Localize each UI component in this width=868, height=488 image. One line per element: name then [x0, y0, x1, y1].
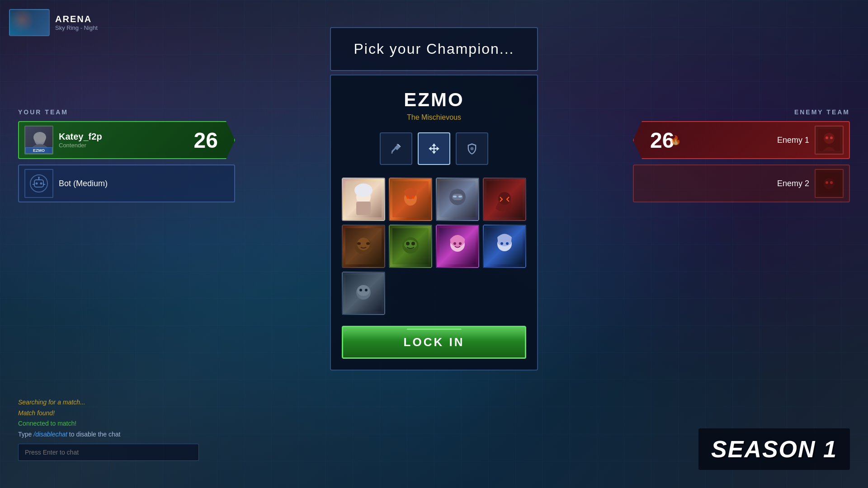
champion-card-8[interactable] [483, 225, 526, 268]
svg-point-36 [357, 285, 370, 296]
role-icon-attack[interactable] [380, 132, 412, 165]
arena-sub: Sky Ring - Night [55, 24, 98, 31]
champ-face-9 [343, 272, 384, 314]
ezmo-badge: EZMO [25, 147, 52, 154]
your-team: YOUR TEAM EZMO Katey_f2p Contender 26 [18, 108, 235, 202]
champ-portrait-1 [345, 181, 382, 217]
svg-point-57 [830, 181, 833, 184]
champ-portrait-2 [392, 181, 429, 217]
player-avatar: EZMO [24, 126, 53, 155]
svg-rect-13 [458, 196, 462, 197]
svg-point-40 [34, 133, 45, 145]
arena-name: ARENA [55, 14, 98, 24]
bot-card: Bot (Medium) [18, 164, 235, 202]
champion-card-3[interactable] [436, 178, 479, 221]
svg-point-47 [38, 177, 40, 178]
champ-portrait-7 [439, 228, 476, 264]
chat-input[interactable] [18, 444, 199, 461]
enemy1-avatar [815, 126, 844, 155]
enemy2-portrait [818, 173, 840, 194]
enemy2-avatar [815, 169, 844, 198]
champion-card-2[interactable] [389, 178, 432, 221]
champ-face-8 [484, 225, 525, 267]
svg-point-20 [366, 242, 370, 245]
champion-grid [342, 178, 526, 315]
enemy1-portrait [818, 129, 840, 151]
svg-point-3 [354, 183, 373, 197]
enemy-team: ENEMY TEAM 26 🔥 Enemy 1 Enemy 2 [633, 108, 850, 202]
chat-area: Searching for a match... Match found! Co… [18, 397, 199, 461]
champ-portrait-9 [345, 275, 382, 311]
svg-point-33 [506, 242, 509, 245]
enemy-card-main: 26 🔥 Enemy 1 [633, 121, 850, 159]
svg-point-15 [498, 192, 511, 205]
role-icon-defense[interactable] [456, 132, 488, 165]
season-text: SEASON 1 [711, 436, 837, 463]
champ-portrait-4 [486, 181, 523, 217]
svg-point-8 [412, 196, 415, 199]
role-icons [342, 132, 526, 165]
svg-point-7 [406, 196, 409, 199]
champ-face-2 [390, 178, 431, 220]
lock-in-button[interactable]: LOCK IN [342, 326, 526, 359]
champ-face-5 [343, 225, 384, 267]
champ-face-4 [484, 178, 525, 220]
svg-point-19 [357, 242, 361, 245]
svg-point-41 [31, 144, 49, 155]
champ-portrait-5 [345, 228, 382, 264]
svg-point-37 [359, 289, 362, 291]
season-badge: SEASON 1 [698, 428, 850, 470]
chat-msg-info: Type /disablechat to disable the chat [18, 429, 199, 440]
champ-face-7 [437, 225, 478, 267]
player-rank: Contender [59, 142, 189, 149]
svg-rect-12 [453, 196, 457, 197]
arena-thumbnail [9, 9, 50, 36]
svg-point-28 [453, 242, 456, 245]
champion-panel: EZMO The Mischievous [330, 75, 538, 371]
chat-messages: Searching for a match... Match found! Co… [18, 397, 199, 440]
pick-header-text: Pick your Champion... [354, 41, 514, 57]
enemy-team-label: ENEMY TEAM [633, 108, 850, 116]
champion-card-9[interactable] [342, 272, 385, 315]
svg-rect-39 [25, 127, 53, 155]
svg-point-0 [471, 147, 474, 150]
champion-card-1[interactable] [342, 178, 385, 221]
enemy2-card: Enemy 2 [633, 164, 850, 202]
svg-rect-4 [356, 202, 371, 215]
champion-card-4[interactable] [483, 178, 526, 221]
svg-point-38 [365, 289, 368, 291]
player-card: EZMO Katey_f2p Contender 26 [18, 121, 235, 159]
player-name: Katey_f2p [59, 131, 189, 142]
bot-name: Bot (Medium) [59, 179, 108, 188]
shield-icon [466, 142, 478, 155]
pick-panel: Pick your Champion... EZMO The Mischievo… [330, 27, 538, 371]
svg-point-56 [826, 181, 828, 184]
champion-card-7[interactable] [436, 225, 479, 268]
champ-portrait-3 [439, 181, 476, 217]
champion-card-6[interactable] [389, 225, 432, 268]
bot-avatar [24, 169, 53, 198]
pick-header: Pick your Champion... [330, 27, 538, 71]
champ-portrait-6 [392, 228, 429, 264]
player-info: Katey_f2p Contender [53, 131, 194, 149]
svg-point-44 [36, 183, 38, 185]
chat-msg-cmd: /disablechat [33, 431, 67, 438]
move-icon [428, 142, 440, 155]
arena-text: ARENA Sky Ring - Night [55, 14, 98, 31]
champion-name: EZMO [342, 89, 526, 111]
svg-point-51 [824, 133, 835, 144]
champ-face-1 [343, 178, 384, 220]
svg-point-32 [500, 242, 503, 245]
svg-point-53 [830, 136, 833, 139]
champion-card-5[interactable] [342, 225, 385, 268]
player-score: 26 [194, 128, 229, 153]
role-icon-move[interactable] [418, 132, 450, 165]
enemy1-name: Enemy 1 [674, 136, 815, 145]
bot-robot-icon [31, 175, 47, 192]
bot-icon [30, 174, 48, 192]
enemy-score: 26 [639, 128, 674, 153]
champ-face-6 [390, 225, 431, 267]
svg-point-52 [826, 136, 828, 139]
champ-face-3 [437, 178, 478, 220]
sword-icon [390, 142, 402, 155]
